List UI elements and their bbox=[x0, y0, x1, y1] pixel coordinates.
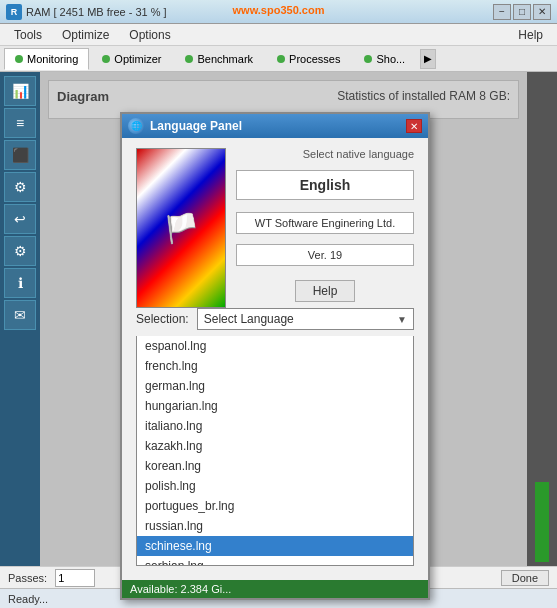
maximize-button[interactable]: □ bbox=[513, 4, 531, 20]
flags-image: 🏳️ bbox=[136, 148, 226, 308]
available-text: Available: 2.384 Gi... bbox=[130, 583, 231, 595]
tab-dot-optimizer bbox=[102, 55, 110, 63]
close-button[interactable]: ✕ bbox=[533, 4, 551, 20]
version-display: Ver. 19 bbox=[236, 244, 414, 266]
tab-optimizer[interactable]: Optimizer bbox=[91, 48, 172, 70]
dropdown-item-schinese[interactable]: schinese.lng bbox=[137, 536, 413, 556]
available-bar: Available: 2.384 Gi... bbox=[122, 580, 428, 598]
help-btn-row: Help bbox=[236, 280, 414, 302]
tab-dot-processes bbox=[277, 55, 285, 63]
sidebar-btn-0[interactable]: 📊 bbox=[4, 76, 36, 106]
sidebar-btn-3[interactable]: ⚙ bbox=[4, 172, 36, 202]
dialog-help-button[interactable]: Help bbox=[295, 280, 355, 302]
dropdown-item-espanol[interactable]: espanol.lng bbox=[137, 336, 413, 356]
tab-processes[interactable]: Processes bbox=[266, 48, 351, 70]
language-display: English bbox=[236, 170, 414, 200]
sidebar: 📊 ≡ ⬛ ⚙ ↩ ⚙ ℹ ✉ bbox=[0, 72, 40, 566]
sidebar-btn-7[interactable]: ✉ bbox=[4, 300, 36, 330]
app-icon: R bbox=[6, 4, 22, 20]
tab-benchmark[interactable]: Benchmark bbox=[174, 48, 264, 70]
tab-dot-benchmark bbox=[185, 55, 193, 63]
passes-label: Passes: bbox=[8, 572, 47, 584]
globe-icon: 🌐 bbox=[128, 118, 144, 134]
select-native-label: Select native language bbox=[236, 148, 414, 160]
dialog-content-row: 🏳️ Select native language English WT Sof… bbox=[136, 148, 414, 308]
dropdown-item-italiano[interactable]: italiano.lng bbox=[137, 416, 413, 436]
status-text: Ready... bbox=[8, 593, 48, 605]
dialog-title-text: Language Panel bbox=[150, 119, 242, 133]
dialog-body: 🏳️ Select native language English WT Sof… bbox=[122, 138, 428, 576]
sidebar-btn-1[interactable]: ≡ bbox=[4, 108, 36, 138]
dialog-close-button[interactable]: ✕ bbox=[406, 119, 422, 133]
menu-options[interactable]: Options bbox=[119, 26, 180, 44]
dropdown-item-french[interactable]: french.lng bbox=[137, 356, 413, 376]
right-panel bbox=[527, 72, 557, 566]
dropdown-item-russian[interactable]: russian.lng bbox=[137, 516, 413, 536]
tab-label-optimizer: Optimizer bbox=[114, 53, 161, 65]
menu-optimize[interactable]: Optimize bbox=[52, 26, 119, 44]
tab-label-monitoring: Monitoring bbox=[27, 53, 78, 65]
dropdown-item-korean[interactable]: korean.lng bbox=[137, 456, 413, 476]
tab-sho[interactable]: Sho... bbox=[353, 48, 416, 70]
dropdown-item-serbian[interactable]: serbian.lng bbox=[137, 556, 413, 566]
dropdown-item-kazakh[interactable]: kazakh.lng bbox=[137, 436, 413, 456]
title-bar-left: R RAM [ 2451 MB free - 31 % ] bbox=[6, 4, 167, 20]
menu-tools[interactable]: Tools bbox=[4, 26, 52, 44]
dropdown-item-hungarian[interactable]: hungarian.lng bbox=[137, 396, 413, 416]
selection-label: Selection: bbox=[136, 312, 189, 326]
right-bar bbox=[535, 482, 549, 562]
tab-dot-sho bbox=[364, 55, 372, 63]
language-dropdown-list[interactable]: espanol.lng french.lng german.lng hungar… bbox=[136, 336, 414, 566]
watermark: www.spo350.com bbox=[233, 4, 325, 16]
sidebar-btn-4[interactable]: ↩ bbox=[4, 204, 36, 234]
menu-help[interactable]: Help bbox=[508, 26, 553, 44]
company-display: WT Software Enginering Ltd. bbox=[236, 212, 414, 234]
dialog-title-left: 🌐 Language Panel bbox=[128, 118, 242, 134]
selection-row: Selection: Select Language ▼ bbox=[136, 308, 414, 330]
tab-dot-monitoring bbox=[15, 55, 23, 63]
dialog-title-bar: 🌐 Language Panel ✕ bbox=[122, 114, 428, 138]
language-panel-dialog: 🌐 Language Panel ✕ 🏳️ Select native lang… bbox=[120, 112, 430, 600]
menu-bar: Tools Optimize Options Help bbox=[0, 24, 557, 46]
sidebar-btn-2[interactable]: ⬛ bbox=[4, 140, 36, 170]
tab-label-sho: Sho... bbox=[376, 53, 405, 65]
tab-label-benchmark: Benchmark bbox=[197, 53, 253, 65]
tabs-bar: Monitoring Optimizer Benchmark Processes… bbox=[0, 46, 557, 72]
passes-input[interactable] bbox=[55, 569, 95, 587]
dropdown-item-german[interactable]: german.lng bbox=[137, 376, 413, 396]
tabs-scroll-arrow[interactable]: ▶ bbox=[420, 49, 436, 69]
combo-value: Select Language bbox=[204, 312, 294, 326]
done-button[interactable]: Done bbox=[501, 570, 549, 586]
language-select-combo[interactable]: Select Language ▼ bbox=[197, 308, 414, 330]
sidebar-btn-6[interactable]: ℹ bbox=[4, 268, 36, 298]
window-title: RAM [ 2451 MB free - 31 % ] bbox=[26, 6, 167, 18]
dropdown-item-polish[interactable]: polish.lng bbox=[137, 476, 413, 496]
minimize-button[interactable]: − bbox=[493, 4, 511, 20]
title-bar-buttons: − □ ✕ bbox=[493, 4, 551, 20]
content-area: Diagram Statistics of installed RAM 8 GB… bbox=[40, 72, 527, 566]
dropdown-item-portugues[interactable]: portugues_br.lng bbox=[137, 496, 413, 516]
combo-arrow-icon: ▼ bbox=[397, 314, 407, 325]
tab-monitoring[interactable]: Monitoring bbox=[4, 48, 89, 70]
sidebar-btn-5[interactable]: ⚙ bbox=[4, 236, 36, 266]
tab-label-processes: Processes bbox=[289, 53, 340, 65]
dialog-right-content: Select native language English WT Softwa… bbox=[236, 148, 414, 308]
main-area: 📊 ≡ ⬛ ⚙ ↩ ⚙ ℹ ✉ Diagram Statistics of in… bbox=[0, 72, 557, 566]
